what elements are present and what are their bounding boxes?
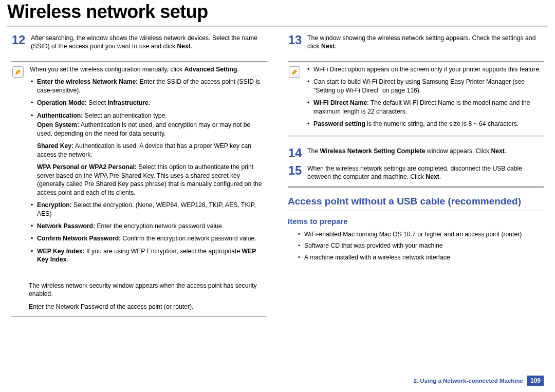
list-item: Wi-Fi Direct option appears on the scree… bbox=[306, 65, 544, 73]
lead: Shared Key: bbox=[37, 142, 73, 150]
list-item: Wi-Fi Direct Name: The default Wi-Fi Dir… bbox=[306, 99, 544, 116]
sub-para: Open System: Authentication is not used,… bbox=[37, 121, 267, 197]
list-item: Operation Mode: Select Infrastructure. bbox=[30, 99, 267, 107]
list-item: Software CD that was provided with your … bbox=[297, 241, 544, 250]
text: window appears. Click bbox=[425, 147, 491, 155]
section-rule bbox=[11, 316, 267, 317]
list-item: Password setting is the numeric string, … bbox=[306, 120, 544, 128]
lead: Network Password: bbox=[37, 222, 95, 230]
step-12: 12 After searching, the window shows the… bbox=[11, 34, 267, 51]
text: When the wireless network settings are c… bbox=[307, 165, 522, 180]
info-box: When you set the wireless configuration … bbox=[11, 56, 267, 276]
step-15: 15 When the wireless network settings ar… bbox=[288, 164, 544, 181]
bold: Next bbox=[491, 147, 505, 155]
list-item: WEP Key Index: If you are using WEP Encr… bbox=[30, 247, 267, 264]
step-body: When the wireless network settings are c… bbox=[307, 164, 544, 181]
page-footer: 2. Using a Network-connected Machine 109 bbox=[414, 376, 544, 386]
tail-paragraph: The wireless network security window app… bbox=[29, 282, 267, 298]
info-content: When you set the wireless configuration … bbox=[30, 65, 267, 268]
step-number: 12 bbox=[11, 34, 26, 51]
list-item: Network Password: Enter the encryption n… bbox=[30, 222, 267, 230]
h2-rule-bottom bbox=[288, 211, 544, 211]
text: The window showing the wireless network … bbox=[307, 34, 535, 50]
step-number: 13 bbox=[288, 34, 302, 51]
list-item: Confirm Network Password: Confirm the en… bbox=[30, 234, 267, 242]
step-text: After searching, the window shows the wi… bbox=[31, 34, 257, 50]
bold: Wireless Network Setting Complete bbox=[320, 147, 425, 155]
rest: Select bbox=[87, 99, 108, 106]
bold: Next bbox=[177, 43, 191, 50]
step-number: 15 bbox=[288, 164, 302, 181]
lead: WEP Key Index: bbox=[37, 248, 85, 255]
text: The bbox=[307, 147, 320, 155]
lead: Operation Mode: bbox=[37, 99, 87, 106]
bold: Next bbox=[321, 43, 335, 50]
list-item: WiFi-enabled Mac running Mac OS 10.7 or … bbox=[297, 230, 544, 238]
step-body: After searching, the window shows the wi… bbox=[31, 34, 267, 51]
lead: Enter the wireless Network Name: bbox=[37, 78, 138, 85]
tail-paragraph: Enter the Network Password of the access… bbox=[29, 303, 267, 311]
page-title: Wireless network setup bbox=[0, 0, 555, 26]
list-item: Encryption: Select the encryption. (None… bbox=[30, 201, 267, 218]
text: . bbox=[237, 66, 238, 73]
lead: WPA Personal or WPA2 Personal: bbox=[37, 163, 137, 171]
lead: Wi-Fi Direct Name bbox=[313, 99, 367, 106]
lead: Authentication: bbox=[37, 112, 83, 119]
tail: . bbox=[67, 256, 68, 263]
page-number-badge: 109 bbox=[527, 376, 544, 386]
step-number: 14 bbox=[288, 147, 302, 159]
section-heading: Access point without a USB cable (recomm… bbox=[288, 195, 544, 208]
lead: Open System: bbox=[37, 121, 79, 128]
h2-rule-top bbox=[288, 186, 544, 188]
rest: Confirm the encryption network password … bbox=[121, 235, 256, 242]
bold: Next bbox=[425, 173, 439, 180]
text: . bbox=[439, 173, 441, 180]
rest: Select an authentication type. bbox=[83, 112, 166, 119]
subsection-heading: Items to prepare bbox=[288, 216, 544, 227]
step-body: The window showing the wireless network … bbox=[307, 34, 544, 51]
info-content: Wi-Fi Direct option appears on the scree… bbox=[306, 65, 544, 133]
left-column: 12 After searching, the window shows the… bbox=[11, 34, 267, 317]
step-13: 13 The window showing the wireless netwo… bbox=[288, 34, 544, 51]
list-item: Authentication: Select an authentication… bbox=[30, 111, 267, 197]
rest: Enter the encryption network password va… bbox=[95, 222, 224, 230]
bold: Infrastructure bbox=[107, 99, 148, 106]
lead: Password setting bbox=[313, 120, 365, 127]
bold: Advanced Setting bbox=[184, 66, 237, 73]
tail: . bbox=[149, 99, 150, 106]
text: . bbox=[335, 43, 337, 50]
lead: Encryption: bbox=[37, 201, 72, 209]
title-rule bbox=[7, 26, 548, 27]
right-column: 13 The window showing the wireless netwo… bbox=[288, 34, 544, 317]
list-item: Enter the wireless Network Name: Enter t… bbox=[30, 78, 267, 95]
content-columns: 12 After searching, the window shows the… bbox=[0, 31, 555, 317]
rest: is the numeric string, and the size is 8… bbox=[365, 120, 519, 127]
list-item: A machine installed with a wireless netw… bbox=[297, 253, 544, 262]
text: . bbox=[505, 147, 506, 155]
step-body: The Wireless Network Setting Complete wi… bbox=[307, 147, 544, 159]
note-icon bbox=[289, 66, 300, 78]
prepare-list: WiFi-enabled Mac running Mac OS 10.7 or … bbox=[288, 230, 544, 262]
list-item: Can start to build Wi-Fi Direct by using… bbox=[306, 78, 544, 95]
info-intro: When you set the wireless configuration … bbox=[30, 66, 184, 73]
bullet-list: Enter the wireless Network Name: Enter t… bbox=[30, 78, 267, 264]
info-box: Wi-Fi Direct option appears on the scree… bbox=[288, 56, 544, 142]
step-text-tail: . bbox=[191, 43, 192, 50]
lead: Confirm Network Password: bbox=[37, 235, 121, 242]
bullet-list: Wi-Fi Direct option appears on the scree… bbox=[306, 65, 544, 128]
step-14: 14 The Wireless Network Setting Complete… bbox=[288, 147, 544, 159]
note-icon bbox=[12, 66, 24, 78]
rest: If you are using WEP Encryption, select … bbox=[85, 248, 242, 255]
chapter-label: 2. Using a Network-connected Machine bbox=[414, 378, 523, 384]
info-rule-bottom bbox=[288, 136, 544, 137]
